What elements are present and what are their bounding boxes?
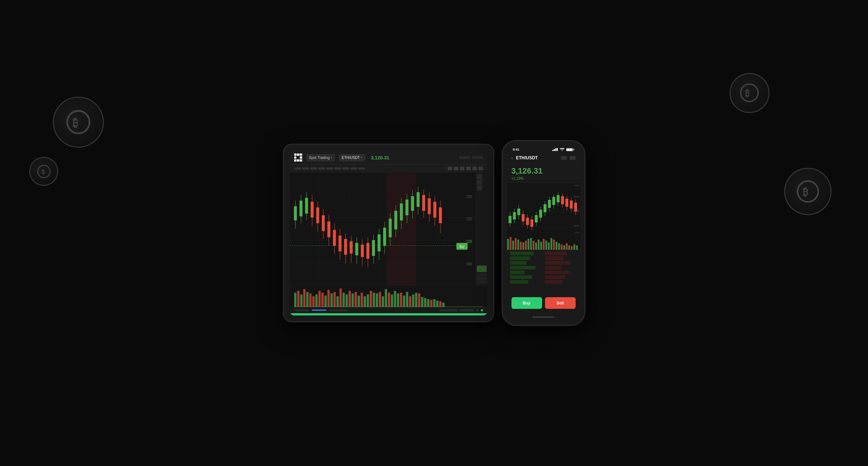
svg-rect-94 [339,288,342,307]
svg-rect-131 [554,149,555,151]
toolbar-item-7[interactable] [342,167,349,170]
svg-text:₿: ₿ [73,116,78,129]
order-row-sell-2 [545,256,577,260]
order-row-sell-6 [545,275,577,279]
phone-action-buttons: Buy Sell [507,294,580,313]
tablet-price: 3,126.31 [371,155,389,160]
toolbar-item-1[interactable] [294,167,301,170]
toolbar-icon-3[interactable] [460,167,464,170]
svg-rect-152 [526,218,529,225]
svg-rect-116 [406,292,408,307]
header-placeholder-1 [459,156,470,159]
svg-text:$: $ [41,168,45,175]
svg-rect-108 [382,296,384,307]
svg-rect-127 [439,301,441,307]
chart-side-panel [476,172,487,285]
order-row-sell-4 [545,266,577,269]
svg-rect-98 [351,294,354,307]
toolbar-item-5[interactable] [326,167,333,170]
svg-rect-42 [355,243,358,255]
order-row-buy-7 [510,280,542,284]
dropdown-arrow-spot: ▾ [331,156,332,159]
chart-ctrl-1[interactable] [477,174,482,179]
svg-rect-166 [557,195,560,202]
svg-rect-181 [522,242,524,250]
phone-header: ‹ ETH/USDT [507,153,580,163]
svg-rect-190 [545,241,547,250]
buy-side-btn[interactable] [477,265,487,272]
svg-rect-118 [412,295,414,307]
svg-rect-132 [555,148,556,151]
svg-point-0 [67,111,89,133]
chart-ctrl-2[interactable] [477,180,482,185]
dropdown-arrow-pair: ▾ [361,156,362,159]
svg-rect-44 [361,245,363,257]
footer-dot-2[interactable] [481,309,483,311]
chart-main: Buy 3200 3150 3126 3050 [290,172,476,285]
sell-bar-6 [545,275,565,279]
orderbook-sell-col [545,252,577,292]
buy-bar-4 [510,266,536,269]
coin-bitcoin-3: ₿ [784,168,832,215]
svg-rect-114 [400,293,402,307]
phone-volume-area [507,235,580,250]
pair-label: ETH/USDT [342,156,360,160]
spot-trading-dropdown[interactable]: Spot Trading ▾ [307,154,335,161]
toolbar-icon-1[interactable] [448,167,452,170]
svg-rect-123 [427,299,429,307]
svg-rect-146 [513,212,516,220]
svg-rect-193 [553,240,555,250]
phone-header-icon-1[interactable] [561,156,567,160]
svg-rect-186 [535,242,537,250]
phone-price-tick-1: 3200 [574,185,579,187]
svg-rect-38 [344,239,347,255]
svg-rect-92 [333,292,335,307]
order-row-buy-6 [510,275,542,279]
svg-rect-164 [552,197,555,205]
svg-rect-150 [522,214,525,221]
phone-home-indicator [507,313,580,321]
chart-ctrl-3[interactable] [477,186,482,191]
back-arrow-icon[interactable]: ‹ [511,155,513,161]
pair-dropdown[interactable]: ETH/USDT ▾ [339,154,365,161]
sell-button[interactable]: Sell [545,297,576,309]
svg-rect-106 [375,294,378,307]
coin-bitcoin-1: ₿ [53,97,104,148]
svg-rect-197 [563,245,565,250]
svg-rect-156 [535,215,538,222]
phone-header-icon-2[interactable] [570,156,576,160]
buy-bar-1 [510,252,534,255]
toolbar-item-4[interactable] [318,167,325,170]
svg-rect-54 [389,219,392,237]
svg-rect-115 [403,296,405,307]
footer-dot-1[interactable] [476,309,479,311]
order-row-buy-2 [510,256,542,260]
toolbar-item-3[interactable] [310,167,317,170]
phone-price-tick-2: 3150 [574,208,579,210]
toolbar-icon-6[interactable] [479,167,483,170]
buy-button[interactable]: Buy [511,297,542,309]
svg-rect-124 [430,300,432,307]
svg-rect-176 [510,237,511,250]
toolbar-item-2[interactable] [302,167,309,170]
toolbar-icon-5[interactable] [472,167,477,170]
phone-chart-area: 3200 3150 3100 [507,183,580,250]
svg-rect-158 [539,210,542,218]
svg-rect-89 [324,296,326,307]
wifi-icon [560,148,565,151]
svg-rect-162 [548,200,551,208]
svg-rect-133 [557,148,558,151]
phone-notch [531,141,556,148]
scene: ₿ $ ₿ ₿ [0,0,868,466]
toolbar-item-9[interactable] [358,167,365,170]
toolbar-item-8[interactable] [350,167,357,170]
orderbook-buy-col [510,252,542,292]
svg-rect-72 [439,207,442,223]
toolbar-icon-2[interactable] [454,167,458,170]
svg-text:3126: 3126 [466,240,472,244]
toolbar-item-6[interactable] [334,167,341,170]
buy-bar-2 [510,256,530,260]
toolbar-icon-4[interactable] [466,167,471,170]
sell-bar-7 [545,280,563,284]
svg-rect-90 [327,290,330,307]
